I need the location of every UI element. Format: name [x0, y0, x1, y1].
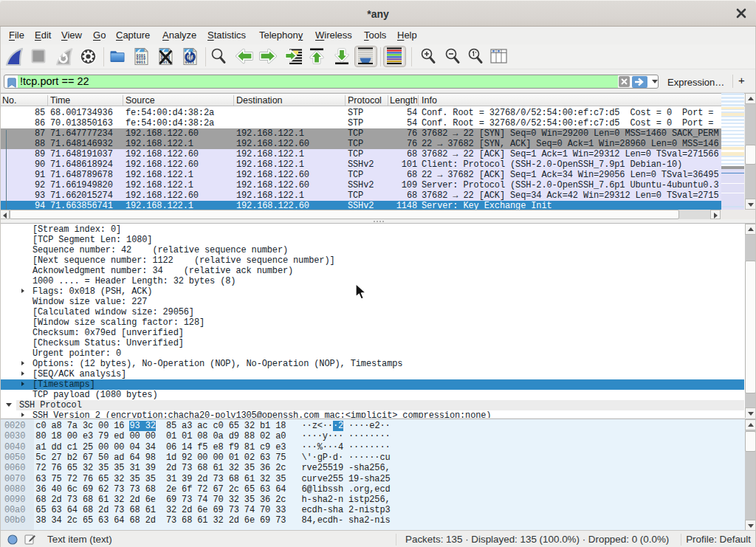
svg-text:0011: 0011 [137, 61, 145, 65]
